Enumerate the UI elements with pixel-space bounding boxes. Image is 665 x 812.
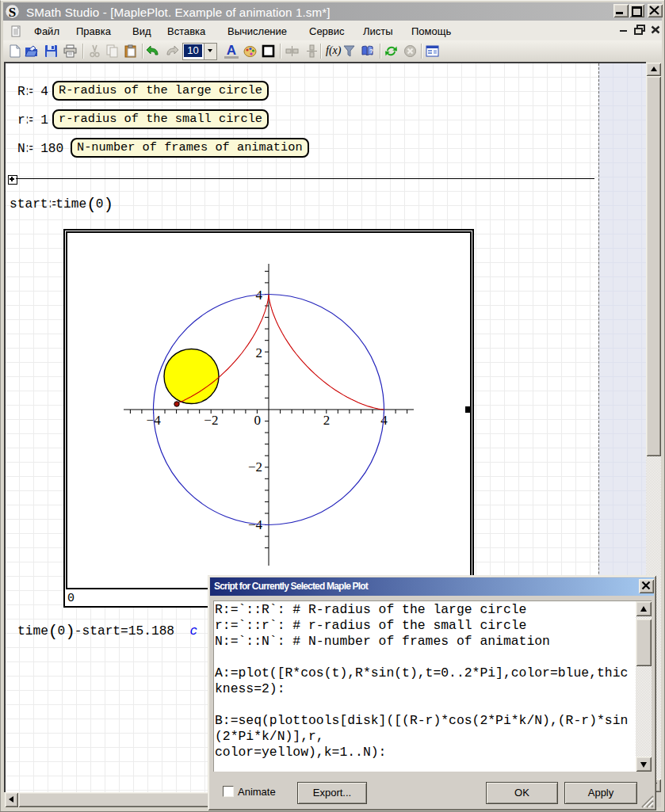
svg-text:0: 0: [254, 413, 262, 428]
svg-text:2: 2: [323, 413, 331, 428]
svg-text:S: S: [9, 5, 16, 20]
svg-text:−2: −2: [204, 413, 218, 428]
svg-text:2: 2: [256, 345, 263, 360]
svg-text:?: ?: [369, 48, 373, 55]
svg-text:−2: −2: [248, 459, 262, 475]
